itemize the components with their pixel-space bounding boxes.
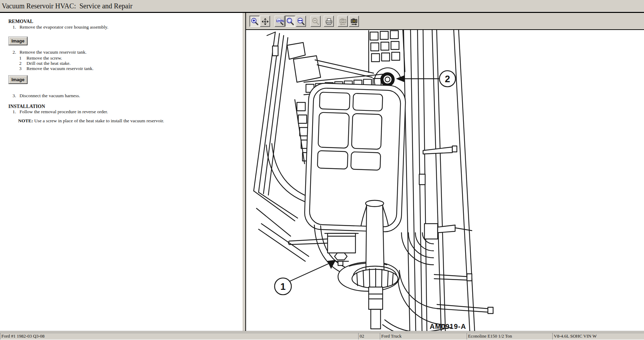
removal-step-3-text: Disconnect the vacuum harness. [20,93,80,99]
status-model: Econoline E150 1/2 Ton [467,333,553,340]
removal-step-3-number: 3. [13,93,16,99]
fit-window-icon [286,17,294,26]
technical-diagram[interactable]: 2 1 AM0919-A [246,30,644,331]
vacuum-reservoir-drawing: 2 1 AM0919-A [246,30,644,331]
removal-step-1-text: Remove the evaporator core housing assem… [20,24,108,30]
page-title: Vacuum Reservoir HVAC: Service and Repai… [2,2,132,10]
print-icon [325,17,333,26]
fit-width-icon [297,17,305,26]
status-make: Ford Truck [380,333,467,340]
title-bar: Vacuum Reservoir HVAC: Service and Repai… [0,0,644,12]
fit-width-button[interactable] [296,16,306,27]
zoom-in-icon [251,17,259,26]
installation-heading: INSTALLATION [8,104,45,109]
pan-button[interactable] [260,16,270,27]
figure-code: AM0919-A [430,323,466,330]
installation-note: NOTE: Use a screw in place of the heat s… [18,118,164,124]
next-image-icon [350,17,358,26]
next-image-button[interactable] [349,16,359,27]
svg-text:100%: 100% [276,19,284,23]
procedure-text-panel: REMOVAL 1. Remove the evaporator core ho… [0,13,243,331]
zoom-100-button[interactable]: 100% [275,16,285,27]
installation-step-1-number: 1. [13,109,16,115]
callout-1-label: 1 [280,281,285,292]
image-button-1[interactable]: Image [8,37,28,45]
zoom-100-icon: 100% [276,17,284,26]
removal-step-1-number: 1. [13,24,16,30]
removal-substep-2-text: Drill out the heat stake. [26,61,70,66]
image-button-2[interactable]: Image [8,75,28,84]
installation-step-1-text: Follow the removal procedure in reverse … [20,109,108,115]
note-text: Use a screw in place of the heat stake t… [33,118,164,123]
note-label: NOTE: [18,118,33,123]
image-toolbar: 100% [246,13,644,30]
removal-substep-1-number: 1 [19,55,22,61]
previous-image-button[interactable] [338,16,348,27]
fit-window-button[interactable] [285,16,295,27]
zoom-out-icon [312,17,320,26]
removal-substep-3-text: Remove the vacuum reservoir tank. [26,66,93,71]
previous-image-icon [339,17,347,26]
pan-icon [261,17,269,26]
removal-substep-2-number: 2 [19,61,22,66]
removal-step-2-text: Remove the vacuum reservoir tank. [20,49,86,55]
removal-substep-1-text: Remove the screw. [26,55,62,61]
zoom-in-button[interactable] [250,16,260,27]
status-source: Ford #1 1982-03 Q3-08 [0,333,359,340]
illustration-panel: 100% [246,13,644,331]
service-manual-window: { "window": { "title": "Vacuum Reservoir… [0,0,644,340]
status-code: 02 [358,333,380,340]
removal-substep-3-number: 3 [19,66,22,71]
callout-2-label: 2 [445,74,450,84]
print-button[interactable] [324,16,334,27]
status-engine: V8-4.6L SOHC VIN W [552,333,644,340]
zoom-out-button[interactable] [310,16,321,27]
removal-step-2-number: 2. [13,49,16,55]
panel-splitter[interactable] [243,13,246,331]
removal-heading: REMOVAL [8,19,33,24]
status-bar: Ford #1 1982-03 Q3-08 02 Ford Truck Econ… [0,332,644,340]
